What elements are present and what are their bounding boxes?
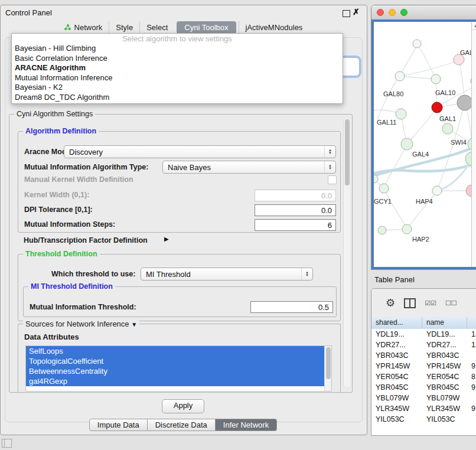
mi-threshold-input[interactable]: 0.5: [250, 301, 333, 313]
dropdown-item[interactable]: Basic Correlation Inference: [12, 54, 343, 64]
network-node[interactable]: [431, 74, 441, 84]
table-row[interactable]: YDR27...YDR27...12: [371, 340, 476, 350]
scrollbar-thumb[interactable]: [345, 119, 350, 185]
network-node[interactable]: [432, 186, 442, 195]
list-item[interactable]: gal4RGexp: [26, 376, 325, 386]
table-row[interactable]: YBL079WYBL079W: [371, 393, 476, 403]
network-node[interactable]: [457, 95, 472, 110]
network-node[interactable]: [396, 109, 406, 119]
select-all-checks-icon[interactable]: ☑☑: [425, 299, 436, 307]
tab-label: Style: [116, 23, 133, 32]
network-node[interactable]: [395, 71, 405, 81]
settings-vertical-scrollbar[interactable]: [343, 118, 350, 387]
hub-definition-label[interactable]: Hub/Transcription Factor Definition: [24, 236, 148, 244]
threshold-definition-group: Threshold Definition Which threshold to …: [18, 254, 341, 321]
apply-button[interactable]: Apply: [162, 399, 204, 413]
network-tab-icon: [64, 24, 71, 31]
apply-row: Apply: [1, 399, 366, 413]
dpi-tolerance-label: DPI Tolerance [0,1]:: [24, 206, 93, 214]
column-header[interactable]: shared...: [371, 317, 422, 329]
list-item[interactable]: SelfLoops: [26, 346, 325, 356]
tab-discretize-data[interactable]: Discretize Data: [148, 419, 216, 431]
list-vertical-scrollbar[interactable]: [324, 346, 331, 391]
mi-steps-label: Mutual Information Steps:: [24, 220, 115, 229]
network-node[interactable]: [413, 40, 421, 48]
network-node[interactable]: [378, 226, 386, 234]
dropdown-item[interactable]: Mutual Information Inference: [12, 73, 343, 83]
network-view-window: GAL80 GAL10 GAL11 GAL1 SWI4 GAL4 GCY1 HA…: [371, 5, 476, 270]
scroll-up-icon[interactable]: ▲: [472, 22, 476, 30]
kernel-width-label: Kernel Width (0,1):: [24, 191, 89, 199]
table-row[interactable]: YPR145WYPR145W9.: [371, 361, 476, 371]
mi-type-select[interactable]: Naive Bayes ▲▼: [162, 161, 336, 174]
table-row[interactable]: YIL053CYIL053C: [371, 414, 476, 425]
column-header[interactable]: name: [422, 317, 467, 329]
table-toolbar: ⚙ ☑☑ ☐☐: [371, 289, 476, 318]
tab-infer-network[interactable]: Infer Network: [216, 419, 277, 431]
tab-label: Network: [74, 23, 103, 32]
table-row[interactable]: YDL19...YDL19...13: [371, 329, 476, 340]
which-threshold-label: Which threshold to use:: [51, 270, 135, 278]
network-node[interactable]: [401, 138, 413, 150]
collapse-right-icon[interactable]: ▶: [164, 236, 169, 242]
tab-cyni-toolbox[interactable]: Cyni Toolbox: [177, 21, 236, 34]
mi-steps-input[interactable]: 6: [255, 219, 336, 231]
tab-style[interactable]: Style: [109, 21, 139, 34]
combo-arrows-icon: ▲▼: [301, 268, 312, 280]
sources-group: Sources for Network Inference ▼ Data Att…: [18, 324, 341, 393]
columns-icon[interactable]: [404, 298, 416, 308]
collapse-down-icon: ▼: [131, 321, 137, 328]
close-traffic-light-icon[interactable]: [377, 9, 384, 16]
zoom-traffic-light-icon[interactable]: [400, 9, 407, 16]
close-icon[interactable]: ✗: [353, 7, 360, 17]
aracne-mode-select[interactable]: Discovery ▲▼: [64, 145, 336, 158]
minimize-icon[interactable]: [343, 10, 350, 17]
tab-network[interactable]: Network: [57, 21, 109, 34]
node-label: GAL80: [383, 90, 403, 97]
panel-dock-icon[interactable]: [2, 439, 12, 448]
combo-arrows-icon: ▲▼: [324, 146, 335, 158]
network-node[interactable]: [442, 123, 453, 134]
node-label: GAL10: [435, 89, 455, 96]
node-label: GCY1: [374, 198, 392, 205]
dropdown-item[interactable]: Dream8 DC_TDC Algorithm: [12, 93, 343, 103]
table-body: YDL19...YDL19...13 YDR27...YDR27...12 YB…: [371, 329, 476, 435]
manual-kernel-width-checkbox[interactable]: [328, 175, 337, 184]
gear-icon[interactable]: ⚙: [386, 296, 395, 309]
dropdown-item[interactable]: Bayesian - K2: [12, 83, 343, 93]
table-header-row: shared... name: [371, 317, 476, 330]
minimize-traffic-light-icon[interactable]: [389, 9, 396, 16]
deselect-all-checks-icon[interactable]: ☐☐: [445, 299, 457, 307]
network-node[interactable]: [402, 224, 412, 234]
table-panel-window: ⚙ ☑☑ ☐☐ shared... name YDL19...YDL19...1…: [371, 288, 476, 436]
tab-select[interactable]: Select: [139, 21, 174, 34]
table-row[interactable]: YLR345WYLR345W9.: [371, 403, 476, 414]
table-row[interactable]: YER054CYER054C8.: [371, 371, 476, 382]
tab-jactivemnodules[interactable]: jActiveMNodules: [239, 21, 309, 34]
dpi-tolerance-input[interactable]: 0.0: [255, 204, 336, 216]
network-node-gal10[interactable]: [432, 102, 442, 113]
kernel-width-input[interactable]: 0.0: [255, 190, 336, 201]
list-item[interactable]: TopologicalCoefficient: [26, 356, 325, 366]
list-item[interactable]: BetweennessCentrality: [26, 366, 325, 376]
algorithm-dropdown-popup: Select algorithm to view settings Bayesi…: [11, 33, 343, 104]
column-header[interactable]: [467, 317, 476, 329]
group-title: Algorithm Definition: [23, 127, 99, 135]
dropdown-item[interactable]: Bayesian - Hill Climbing: [12, 44, 343, 54]
scrollbar-thumb[interactable]: [326, 347, 331, 379]
node-label: GAL11: [377, 119, 396, 126]
sources-title[interactable]: Sources for Network Inference ▼: [23, 319, 139, 328]
table-row[interactable]: YBR043CYBR043C: [371, 350, 476, 361]
tab-impute-data[interactable]: Impute Data: [89, 419, 148, 431]
selected-value: Naive Bayes: [168, 163, 211, 172]
network-vertical-scrollbar[interactable]: ▲: [471, 22, 476, 267]
data-attributes-list: SelfLoops TopologicalCoefficient Between…: [25, 345, 332, 392]
network-node[interactable]: [379, 184, 389, 193]
manual-kernel-width-label: Manual Kernel Width Definition: [24, 175, 133, 184]
dropdown-item-selected[interactable]: ARACNE Algorithm: [12, 63, 343, 73]
table-row[interactable]: YBR045CYBR045C9.: [371, 382, 476, 393]
which-threshold-select[interactable]: MI Threshold ▲▼: [141, 268, 313, 281]
node-label: GAL4: [412, 151, 429, 158]
network-canvas[interactable]: GAL80 GAL10 GAL11 GAL1 SWI4 GAL4 GCY1 HA…: [371, 19, 476, 269]
tab-label: Select: [146, 23, 168, 32]
